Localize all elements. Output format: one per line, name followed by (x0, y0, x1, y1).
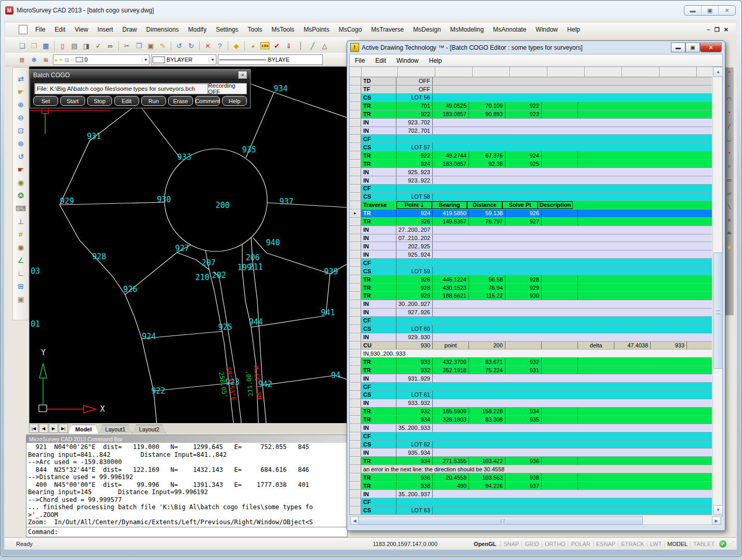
grid-cell[interactable]: delta (578, 342, 614, 349)
ms-point-id-icon[interactable]: 199 (259, 40, 270, 51)
row-selector[interactable] (350, 218, 361, 226)
grid-row[interactable]: TR92249.274467.376924 (350, 151, 712, 160)
row-selector[interactable] (350, 457, 361, 465)
grid-cell[interactable] (542, 473, 578, 481)
row-selector[interactable] (350, 399, 361, 407)
grid-cell[interactable]: 75.224 (469, 366, 505, 374)
row-selector[interactable] (350, 325, 361, 333)
grid-cell[interactable]: 83.308 (469, 416, 505, 424)
menu-draw[interactable]: Draw (118, 24, 142, 35)
help-button[interactable]: Help (222, 96, 247, 106)
grid-cell[interactable]: 936 (505, 457, 542, 465)
minimize-button[interactable]: ▬ (684, 6, 701, 15)
orbit-icon[interactable]: ❂ (14, 189, 28, 202)
status-opengl[interactable]: OpenGL (474, 541, 496, 547)
grid-row[interactable]: CSLOT 60 (350, 325, 712, 333)
scroll-down-icon[interactable]: ▼ (713, 505, 723, 515)
row-selector[interactable] (350, 441, 361, 449)
grid-row[interactable]: TR932352.191875.224931 (350, 366, 712, 374)
grid-cell[interactable]: TR (361, 151, 396, 159)
tab-nav-1[interactable]: ◀ (39, 424, 48, 433)
draw-arc2-icon[interactable]: ◡ (727, 137, 732, 142)
row-selector[interactable] (350, 176, 361, 184)
grid-cell[interactable]: IN (361, 449, 396, 456)
grid-cell[interactable]: IN (361, 242, 396, 250)
grid-cell[interactable]: 419.5850 (433, 209, 469, 217)
draw-dot3-icon[interactable]: • (729, 150, 730, 156)
command-input[interactable]: Command: (26, 527, 347, 537)
redo-icon[interactable]: ↻ (186, 40, 197, 51)
mdi-close-button[interactable]: ✕ (724, 26, 729, 33)
grid-cell[interactable]: 936 (396, 473, 433, 481)
grid-cell[interactable]: 271.5355 (433, 457, 469, 465)
grid-cell[interactable] (542, 457, 578, 465)
grid-cell[interactable]: IN (361, 119, 396, 127)
grid-cell[interactable]: TR (361, 209, 396, 217)
grid-cell[interactable]: 933 (396, 358, 433, 366)
grid-cell[interactable]: 931 (505, 366, 542, 374)
grid-cell[interactable]: 932 (505, 358, 542, 366)
grid-row[interactable]: IN923..922 (350, 176, 712, 185)
grid-row[interactable]: TFOFF (350, 86, 712, 94)
delete-icon[interactable]: ✕ (202, 40, 213, 51)
grid-cell[interactable]: CS (361, 391, 396, 399)
row-selector-current[interactable]: ► (350, 209, 361, 217)
menu-window[interactable]: Window (531, 24, 562, 35)
layer-dropdown[interactable]: ●☀▨∩ 0 ▼ (53, 54, 149, 65)
row-selector[interactable] (350, 77, 361, 85)
command-history[interactable]: 921 N04°00'26"E dist= 119.000 N= 1299.64… (26, 443, 347, 527)
cut-icon[interactable]: ✂ (121, 40, 132, 51)
row-selector[interactable] (350, 449, 361, 456)
grid-cell[interactable]: CS (361, 441, 396, 449)
vertical-scrollbar[interactable]: ▲ ▼ (712, 67, 722, 515)
zoom-window-icon[interactable]: ⊡ (14, 124, 28, 137)
layer-prev-icon[interactable]: ≋ (40, 54, 51, 65)
grid-header-cell[interactable]: Bearing (432, 201, 467, 209)
grid-cell[interactable]: TR (361, 160, 396, 167)
editor-menu-help[interactable]: Help (424, 55, 447, 66)
grid-row[interactable]: CSLOT 63 (350, 507, 712, 515)
grid-cell[interactable]: 76.94 (469, 284, 505, 291)
grid-row[interactable]: IN35..200..933 (350, 424, 712, 432)
grid-cell[interactable]: TR (361, 284, 396, 291)
new-file-icon[interactable]: ❏ (17, 40, 28, 51)
grid-row[interactable]: CSLOT 62 (350, 441, 712, 449)
scroll-up-icon[interactable]: ▲ (713, 67, 723, 77)
view-refresh-icon[interactable]: ⇄ (14, 72, 28, 85)
grid-cell[interactable]: 929 (396, 292, 433, 300)
draw-abc-icon[interactable]: ᴬᵇ (727, 231, 731, 236)
grid-cell[interactable]: 923..702 (396, 119, 433, 127)
grid-row[interactable]: TR928430.152376.94929 (350, 284, 712, 292)
row-selector[interactable] (350, 482, 361, 489)
grid-cell[interactable]: 188.5621 (433, 292, 469, 300)
view-keyboard-icon[interactable]: ⌨ (14, 202, 28, 215)
grid-cell[interactable]: 927 (505, 218, 542, 226)
grid-cell[interactable] (542, 275, 578, 283)
menu-mspoints[interactable]: MsPoints (299, 24, 334, 35)
grid-cell[interactable] (542, 160, 578, 167)
grid-cell[interactable] (542, 358, 578, 366)
grid-cell[interactable] (542, 284, 578, 291)
vertical-scroll-thumb[interactable] (713, 253, 723, 369)
grid-row[interactable]: CF (350, 259, 712, 267)
grid-cell[interactable]: 328.1803 (433, 416, 469, 424)
grid-cell[interactable] (542, 218, 578, 226)
grid-cell[interactable]: 49.2744 (433, 151, 469, 159)
ucs-angle-icon[interactable]: ∠ (14, 254, 28, 267)
grid-cell[interactable]: CU (361, 342, 396, 349)
grid-row[interactable]: IN702..701 (350, 127, 712, 135)
grid-cell[interactable]: OFF (396, 77, 433, 85)
row-selector[interactable] (350, 317, 361, 325)
stop-button[interactable]: Stop (87, 96, 112, 106)
grid-cell[interactable]: TR (361, 358, 396, 366)
pan-realtime-icon[interactable]: ☛ (14, 163, 28, 176)
grid-header-cell[interactable]: Point 1 (396, 201, 432, 209)
grid-row[interactable]: TR93849094.226937 (350, 482, 712, 490)
row-selector[interactable] (350, 465, 361, 473)
grid-cell[interactable]: OFF (396, 86, 433, 93)
freeze-box-icon[interactable]: ▨ (64, 57, 69, 63)
tab-nav-0[interactable]: |◀ (29, 424, 38, 433)
scroll-right-icon[interactable]: ▶ (712, 516, 721, 525)
status-polar-toggle[interactable]: POLAR (568, 541, 593, 547)
grid-cell[interactable]: 928 (505, 275, 542, 283)
